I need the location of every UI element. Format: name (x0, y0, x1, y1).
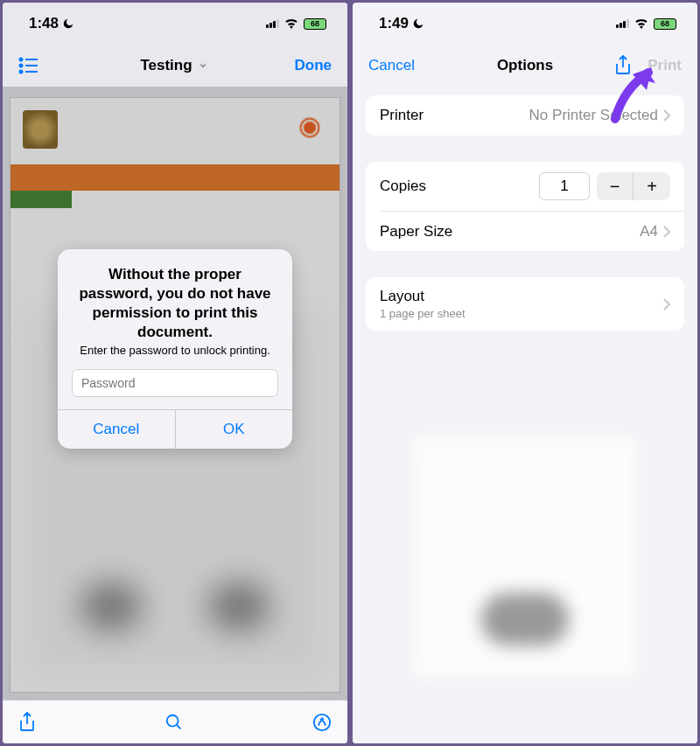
copies-label: Copies (380, 178, 426, 195)
password-input[interactable] (72, 369, 278, 397)
minus-button[interactable]: − (597, 172, 634, 200)
phone-screen-right: 1:49 68 Cancel Options Print Printer (353, 3, 697, 743)
done-button[interactable]: Done (295, 57, 332, 74)
copies-value[interactable]: 1 (539, 172, 590, 200)
paper-size-row[interactable]: Paper Size A4 (380, 211, 684, 251)
svg-point-0 (20, 59, 23, 61)
printer-row[interactable]: Printer No Printer Selected (366, 95, 684, 136)
printer-label: Printer (380, 107, 424, 124)
alert-message: Enter the password to unlock printing. (72, 344, 278, 357)
copies-stepper: − + (597, 172, 670, 200)
status-time: 1:48 (29, 15, 59, 32)
alert-cancel-button[interactable]: Cancel (58, 410, 176, 449)
signal-icon (616, 19, 629, 28)
status-time: 1:49 (379, 15, 409, 32)
svg-point-9 (314, 714, 330, 729)
page-title[interactable]: Testing (140, 57, 209, 74)
wifi-icon (284, 18, 298, 29)
page-title: Options (497, 57, 553, 74)
navigation-bar: Cancel Options Print (353, 45, 697, 87)
svg-point-6 (197, 59, 208, 71)
password-alert: Without the proper password, you do not … (58, 249, 292, 449)
svg-line-8 (177, 724, 181, 729)
status-bar: 1:49 68 (353, 3, 697, 45)
moon-icon (412, 17, 424, 30)
moon-icon (62, 17, 74, 30)
phone-screen-left: 1:48 68 Testing Done (3, 3, 347, 743)
search-icon[interactable] (164, 713, 184, 732)
printer-value: No Printer Selected (529, 107, 658, 124)
status-bar: 1:48 68 (3, 3, 347, 45)
plus-button[interactable]: + (634, 172, 670, 200)
battery-icon: 68 (304, 18, 326, 30)
svg-point-4 (20, 71, 23, 73)
layout-row[interactable]: Layout 1 page per sheet (366, 277, 684, 331)
share-icon[interactable] (614, 55, 632, 76)
wifi-icon (634, 18, 648, 29)
layout-label: Layout (380, 288, 466, 305)
print-preview[interactable] (411, 436, 639, 680)
alert-title: Without the proper password, you do not … (72, 265, 278, 342)
layout-sublabel: 1 page per sheet (380, 307, 466, 320)
paper-size-label: Paper Size (380, 223, 452, 241)
navigation-bar: Testing Done (3, 45, 347, 87)
alert-ok-button[interactable]: OK (176, 410, 293, 449)
paper-size-value: A4 (640, 223, 658, 241)
cancel-button[interactable]: Cancel (368, 57, 415, 74)
print-button[interactable]: Print (648, 57, 682, 74)
copies-row: Copies 1 − + (366, 162, 684, 211)
markup-icon[interactable] (312, 713, 332, 732)
list-icon[interactable] (18, 57, 39, 74)
battery-icon: 68 (654, 18, 676, 30)
svg-point-7 (167, 715, 178, 726)
bottom-toolbar (3, 700, 347, 743)
svg-point-2 (20, 65, 23, 67)
share-icon[interactable] (18, 712, 36, 733)
signal-icon (266, 19, 279, 28)
